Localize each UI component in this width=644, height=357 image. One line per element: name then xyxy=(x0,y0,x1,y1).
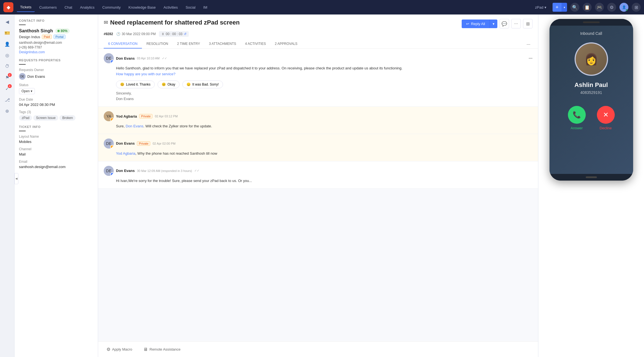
panel-collapse-handle[interactable]: ◀ xyxy=(14,173,18,184)
message-actions: ••• xyxy=(529,56,532,60)
contact-website[interactable]: DesignIndus.com xyxy=(19,50,93,54)
requests-properties-title: REQUESTS PROPERTIES xyxy=(19,59,93,62)
decline-button-wrap: ✕ Decline xyxy=(597,106,615,130)
ticket-date: 🕐 30 Mar 2022 09:00 PM xyxy=(116,32,156,36)
answer-label: Answer xyxy=(571,126,583,130)
nav-activities[interactable]: Activities xyxy=(160,3,181,12)
comment-icon-button[interactable]: 💬 xyxy=(500,19,509,28)
email-icon: ✉ xyxy=(104,20,108,26)
ticket-info-section: TICKET INFO Layout Name Mobiles Channel … xyxy=(19,125,93,169)
nav-im[interactable]: IM xyxy=(200,3,210,12)
apply-macro-button[interactable]: ⚙ Apply Macro xyxy=(104,345,135,354)
gamepad-icon-button[interactable]: 🎮 xyxy=(595,3,604,12)
sidebar-target-icon[interactable]: ◎ xyxy=(2,50,12,60)
inbound-call-label: Inbound Call xyxy=(580,31,602,36)
clock-icon: 🕐 xyxy=(116,32,120,36)
tab-activities[interactable]: 4 ACTIVITIES xyxy=(241,40,270,48)
message-body: Hello Santhosh, glad to inform you that … xyxy=(104,65,532,102)
refresh-icon[interactable]: ↺ xyxy=(184,32,187,36)
message-action-dot[interactable]: ••• xyxy=(529,56,532,60)
due-date-label: Due Date xyxy=(19,98,93,101)
sidebar-collapse-button[interactable]: ◀ xyxy=(2,17,12,27)
answer-button-wrap: 📞 Answer xyxy=(568,106,586,130)
tab-resolution[interactable]: RESOLUTION xyxy=(142,40,173,48)
ticket-meta: #9282 🕐 30 Mar 2022 09:00 PM ⏸ 00 : 00 :… xyxy=(104,31,532,37)
nav-customers[interactable]: Customers xyxy=(36,3,60,12)
workspace-selector[interactable]: zPad ▾ xyxy=(532,4,549,11)
more-options-button[interactable]: ··· xyxy=(511,19,521,28)
check-badge: 4 xyxy=(8,84,12,88)
read-icon: ✓✓ xyxy=(194,169,199,173)
avatar-badge: Y xyxy=(110,118,114,121)
message-item: DE Y Don Evans Private 02 Apr 02:00 PM Y… xyxy=(98,134,538,161)
satisfaction-okay[interactable]: 😐 Okay xyxy=(158,81,180,88)
nav-analytics[interactable]: Analytics xyxy=(77,3,98,12)
search-icon-button[interactable]: 🔍 xyxy=(570,3,579,12)
message-item: DE + Don Evans 03 Apr 10:10 AM ✓✓ ••• He… xyxy=(98,49,538,107)
settings-icon-button[interactable]: ⚙ xyxy=(607,3,616,12)
contact-email[interactable]: santhosh.design@email.com xyxy=(19,41,93,45)
sidebar-share-icon[interactable]: ⎇ xyxy=(2,95,12,105)
add-button[interactable]: + xyxy=(553,3,561,12)
sidebar-contacts-icon[interactable]: 👤 xyxy=(2,39,12,49)
mention-link[interactable]: Don Evans xyxy=(126,124,144,128)
reply-icon: ↩ xyxy=(466,22,469,26)
clipboard-icon-button[interactable]: 📋 xyxy=(583,3,592,12)
user-avatar[interactable]: 👤 xyxy=(619,3,628,12)
sidebar-asterisk-icon[interactable]: ⊛ xyxy=(2,106,12,116)
satisfaction-options: 😊 Loved it. Thanks 😐 Okay 😞 It was Bad. … xyxy=(116,81,532,88)
message-header: YA Y Yod Agbaria Private 02 Apr 03:12 PM xyxy=(104,111,532,121)
nav-chat[interactable]: Chat xyxy=(61,3,76,12)
pause-icon[interactable]: ⏸ xyxy=(161,32,164,36)
portal-tag: Portal xyxy=(54,35,66,39)
answer-button[interactable]: 📞 xyxy=(568,106,586,124)
phone-mockup: Inbound Call 👩 Ashlin Paul 4083529191 📞 … xyxy=(549,19,633,181)
tabs-more-button[interactable]: — xyxy=(524,40,532,48)
add-dropdown-button[interactable]: ▾ xyxy=(561,3,567,12)
sidebar-flag-icon[interactable]: ⚑ 2 xyxy=(2,72,12,82)
tab-approvals[interactable]: 2 APPROVALS xyxy=(270,40,302,48)
caller-number: 4083529191 xyxy=(580,90,602,95)
nav-tickets[interactable]: Tickets xyxy=(17,3,35,12)
tab-conversation[interactable]: 6 CONVERSATION xyxy=(104,40,142,48)
tag-broken[interactable]: Broken xyxy=(59,115,76,121)
tab-attachments[interactable]: 3 ATTACHMENTS xyxy=(204,40,241,48)
nav-knowledge-base[interactable]: Knowledge Base xyxy=(125,3,159,12)
remote-assistance-button[interactable]: 🖥 Remote Assistance xyxy=(141,345,183,354)
reply-all-dropdown[interactable]: ▾ xyxy=(490,20,497,28)
avatar-badge: + xyxy=(110,60,114,63)
conversation-area: DE + Don Evans 03 Apr 10:10 AM ✓✓ ••• He… xyxy=(98,49,538,341)
sign-off: Sincerely, Don Evans xyxy=(116,91,532,102)
nav-social[interactable]: Social xyxy=(182,3,199,12)
owner-label: Requests Owner xyxy=(19,68,93,72)
sidebar-history-icon[interactable]: ⏱ xyxy=(2,61,12,71)
tag-screen-issue[interactable]: Screen Issue xyxy=(33,115,58,121)
filter-icon-button[interactable]: ⊞ xyxy=(523,19,532,28)
private-badge: Private xyxy=(139,114,152,118)
satisfaction-loved[interactable]: 😊 Loved it. Thanks xyxy=(116,81,155,88)
sidebar-tickets-icon[interactable]: 🎫 xyxy=(2,28,12,38)
layout-value: Mobiles xyxy=(19,140,93,144)
tag-zpad[interactable]: zPad xyxy=(19,115,32,121)
avatar-badge: + xyxy=(110,172,114,176)
nav-community[interactable]: Community xyxy=(99,3,124,12)
top-navigation: ◆ Tickets Customers Chat Analytics Commu… xyxy=(0,0,644,14)
email-field-value: santhosh.design@email.com xyxy=(19,165,93,169)
owner-value: DE Don Evans xyxy=(19,73,93,80)
status-label: Status xyxy=(19,83,93,87)
avatar-badge: Y xyxy=(110,145,114,149)
satisfaction-question[interactable]: How happy are you with our service? xyxy=(116,71,532,77)
message-item: YA Y Yod Agbaria Private 02 Apr 03:12 PM… xyxy=(98,107,538,134)
app-logo[interactable]: ◆ xyxy=(3,2,13,12)
contact-name: Santhosh Singh 80% xyxy=(19,28,93,33)
grid-icon-button[interactable]: ⊞ xyxy=(632,3,641,12)
message-time: 03 Apr 10:10 AM xyxy=(137,57,159,60)
status-select[interactable]: Open ▾ xyxy=(19,88,35,94)
reply-all-button[interactable]: ↩ Reply All xyxy=(462,20,490,28)
mention-link[interactable]: Yod Agbaria xyxy=(116,151,135,156)
decline-button[interactable]: ✕ xyxy=(597,106,615,124)
sidebar-check-icon[interactable]: ✓ 4 xyxy=(2,84,12,94)
satisfaction-bad[interactable]: 😞 It was Bad. Sorry! xyxy=(182,81,223,88)
contact-score: 80% xyxy=(55,28,70,33)
tab-time-entry[interactable]: 2 TIME ENTRY xyxy=(173,40,204,48)
